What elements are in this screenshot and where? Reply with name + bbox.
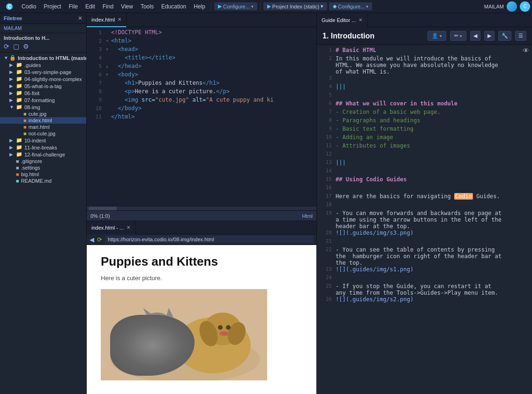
guide-text-22: - You can see the table of contents by p… bbox=[336, 246, 502, 266]
code-content[interactable]: 1 <!DOCTYPE HTML> 2 ▾ <html> 3 ▾ <head> bbox=[87, 27, 316, 207]
tree-item-not-cute-jpg[interactable]: ■ not-cute.jpg bbox=[0, 130, 86, 137]
code-scrollbar-thumb[interactable] bbox=[89, 207, 117, 210]
guide-text-23: ![](.guides/img/s1.png) bbox=[336, 266, 413, 275]
user-avatar[interactable] bbox=[507, 1, 517, 12]
tree-item-big-html[interactable]: ■ big.html bbox=[0, 171, 86, 178]
root-arrow: ▼ bbox=[4, 55, 8, 60]
tree-item-readme[interactable]: ■ README.md bbox=[0, 178, 86, 184]
guide-next-button[interactable]: ▶ bbox=[484, 31, 495, 41]
tree-item-mari-html[interactable]: ■ mari.html bbox=[0, 124, 86, 130]
preview-tab-close[interactable]: ✕ bbox=[127, 225, 130, 230]
tree-item-root[interactable]: ▼ 🔒 Introduction to HTML (master) bbox=[0, 54, 86, 61]
guide-prev-button[interactable]: ◀ bbox=[470, 31, 480, 41]
settings-icon[interactable]: ⚙ bbox=[23, 43, 29, 50]
svg-point-12 bbox=[153, 324, 157, 327]
editor-tab-label: index.html bbox=[91, 17, 115, 22]
guide-text-10: - Adding an image bbox=[336, 134, 393, 142]
menu-tools[interactable]: Tools bbox=[137, 2, 157, 11]
tree-item-11[interactable]: ▶ 📁 11-line-breaks bbox=[0, 144, 86, 151]
user-area: MAILAM C bbox=[484, 1, 530, 12]
guide-line-3: 3 bbox=[317, 75, 532, 83]
tree-item-12[interactable]: ▶ 📁 12-final-challenge bbox=[0, 151, 86, 158]
eye-icon[interactable]: 👁 bbox=[523, 47, 529, 54]
guides-folder-icon: 📁 bbox=[16, 62, 22, 68]
menu-education[interactable]: Education bbox=[157, 2, 190, 11]
tree-item-07[interactable]: ▶ 📁 07-formatting bbox=[0, 97, 86, 104]
tree-item-cute-jpg[interactable]: ■ cute.jpg bbox=[0, 111, 86, 117]
readme-label: README.md bbox=[21, 178, 52, 184]
project-index-button[interactable]: ▶ Project Index (static) ▾ bbox=[263, 2, 327, 10]
guide-text-17: Here are the basics for navigating Codio… bbox=[336, 193, 500, 201]
tree-item-gitignore[interactable]: ■ .gitignore bbox=[0, 158, 86, 164]
browser-refresh-icon[interactable]: ⟳ bbox=[97, 236, 102, 243]
guide-line-11: 11 - Attributes of images bbox=[317, 142, 532, 151]
guide-text-8: - Paragraphs and headings bbox=[336, 117, 420, 126]
code-line-11: 11 </html> bbox=[87, 113, 316, 122]
preview-area: index.html - ... ✕ ◀ ⟳ Puppies and Kitte… bbox=[87, 221, 316, 394]
code-line-10: 10 </body> bbox=[87, 105, 316, 113]
guide-line-2: 2 In this module we will introduce the b… bbox=[317, 55, 532, 75]
tree-item-04[interactable]: ▶ 📁 04-slightly-more-complex bbox=[0, 75, 86, 82]
refresh-icon[interactable]: ⟳ bbox=[4, 43, 9, 50]
preview-paragraph: Here is a cuter picture. bbox=[101, 275, 302, 282]
05-label: 05-what-is-a-tag bbox=[24, 83, 61, 89]
sidebar-icon-bar: ⟳ ▢ ⚙ bbox=[0, 42, 86, 52]
code-text-3: <head> bbox=[111, 46, 138, 52]
code-line-8: 8 <p>Here is a cuter picture.</p> bbox=[87, 88, 316, 97]
tree-item-06[interactable]: ▶ 📁 06-fixit bbox=[0, 89, 86, 97]
readme-icon: ■ bbox=[16, 178, 19, 184]
user-avatar-letter[interactable]: C bbox=[520, 1, 530, 12]
guide-content[interactable]: 1 # Basic HTML 👁 2 In this module we wil… bbox=[317, 45, 532, 394]
guide-text-11: - Attributes of images bbox=[336, 142, 410, 151]
editor-tab-index-html[interactable]: index.html ✕ bbox=[87, 13, 127, 27]
menu-help[interactable]: Help bbox=[190, 2, 209, 11]
settings-label: .settings bbox=[21, 165, 40, 171]
guide-menu-button[interactable]: ☰ bbox=[515, 31, 526, 41]
browser-back-icon[interactable]: ◀ bbox=[90, 236, 94, 243]
menu-codio[interactable]: Codio bbox=[18, 2, 40, 11]
index-html-icon: ■ bbox=[23, 118, 27, 123]
guide-person-button[interactable]: 👤 ▾ bbox=[427, 31, 446, 41]
guide-tab-close[interactable]: ✕ bbox=[359, 17, 362, 22]
menu-sep-1 bbox=[211, 2, 211, 11]
11-folder-icon: 📁 bbox=[16, 144, 22, 150]
tree-item-10[interactable]: ▶ 📁 10-indent bbox=[0, 137, 86, 144]
svg-point-16 bbox=[226, 325, 231, 330]
guide-pencil-button[interactable]: ✏ ▾ bbox=[450, 31, 466, 41]
editor-tab-close[interactable]: ✕ bbox=[118, 17, 121, 22]
menu-view[interactable]: View bbox=[117, 2, 137, 11]
04-folder-icon: 📁 bbox=[16, 76, 22, 82]
guide-text-18 bbox=[336, 201, 339, 210]
tree-item-05[interactable]: ▶ 📁 05-what-is-a-tag bbox=[0, 82, 86, 89]
url-input[interactable] bbox=[105, 236, 314, 243]
code-scrollbar-horiz[interactable] bbox=[87, 207, 316, 210]
guide-line-13: 13 ||| bbox=[317, 159, 532, 168]
tree-item-08[interactable]: ▼ 📁 08-img bbox=[0, 104, 86, 111]
sidebar-close-button[interactable]: ✕ bbox=[78, 15, 82, 22]
menu-file[interactable]: File bbox=[65, 2, 82, 11]
04-label: 04-slightly-more-complex bbox=[24, 76, 82, 82]
tree-item-guides[interactable]: ▶ 📁 .guides bbox=[0, 61, 86, 68]
guide-text-21 bbox=[336, 238, 339, 246]
guide-line-25: 25 - If you stop the Guide, you can rest… bbox=[317, 283, 532, 296]
tree-item-settings[interactable]: ■ .settings bbox=[0, 164, 86, 171]
tree-item-index-html[interactable]: ■ index.html bbox=[0, 117, 86, 124]
code-text-2: <html> bbox=[111, 37, 131, 44]
06-label: 06-fixit bbox=[24, 90, 39, 96]
tree-item-03[interactable]: ▶ 📁 03-very-simple-page bbox=[0, 68, 86, 75]
06-folder-icon: 📁 bbox=[16, 90, 22, 96]
configure-button-2[interactable]: ◆ Configure... ▾ bbox=[329, 2, 372, 10]
preview-tab[interactable]: index.html - ... ✕ bbox=[87, 221, 135, 234]
guide-wrench-button[interactable]: 🔧 bbox=[498, 31, 511, 41]
menu-edit[interactable]: Edit bbox=[82, 2, 99, 11]
guide-line-18: 18 bbox=[317, 201, 532, 210]
wrench-icon: 🔧 bbox=[502, 33, 508, 38]
mari-html-icon: ■ bbox=[23, 124, 27, 130]
guide-tab[interactable]: Guide Editor ... ✕ bbox=[317, 13, 367, 27]
configure-button-1[interactable]: ▶ Configure... ▾ bbox=[214, 2, 257, 10]
new-file-icon[interactable]: ▢ bbox=[13, 43, 19, 50]
menu-project[interactable]: Project bbox=[40, 2, 65, 11]
menu-find[interactable]: Find bbox=[99, 2, 117, 11]
10-label: 10-indent bbox=[24, 138, 46, 143]
preview-tab-label: index.html - ... bbox=[91, 225, 124, 230]
